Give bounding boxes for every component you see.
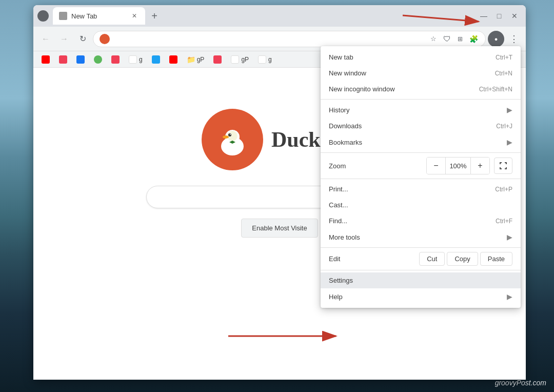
tab-favicon — [59, 12, 67, 20]
window-controls: — □ ✕ — [477, 9, 522, 23]
address-bar[interactable]: ☆ 🛡 ⊞ 🧩 — [93, 31, 486, 47]
profile-button[interactable]: ● — [488, 31, 504, 47]
menu-item-new-tab[interactable]: New tab Ctrl+T — [321, 49, 521, 65]
bookmark-g2[interactable]: g — [254, 54, 276, 65]
reload-button[interactable]: ↻ — [74, 31, 91, 47]
paste-button[interactable]: Paste — [480, 252, 512, 266]
tab-close-button[interactable]: ✕ — [130, 11, 139, 21]
menu-item-find[interactable]: Find... Ctrl+F — [321, 213, 521, 229]
puzzle-icon[interactable]: 🧩 — [468, 33, 479, 45]
edit-label: Edit — [329, 255, 419, 263]
menu-item-history[interactable]: History ▶ — [321, 102, 521, 118]
bookmark-g2-label: g — [268, 56, 272, 63]
bookmark-gp[interactable]: gP — [227, 54, 253, 65]
bookmark-twitter[interactable] — [148, 54, 164, 65]
bookmark-mail[interactable] — [209, 54, 226, 65]
menu-item-help[interactable]: Help ▶ — [321, 288, 521, 305]
facebook-favicon — [76, 55, 85, 64]
bookmarks-label: Bookmarks — [329, 139, 503, 146]
minimize-button[interactable]: — — [477, 9, 491, 23]
bookmark-folder-label: gP — [197, 56, 205, 63]
zoom-minus-button[interactable]: − — [427, 158, 445, 174]
toolbar-right: ● ⋮ — [488, 31, 522, 47]
help-arrow-icon: ▶ — [507, 292, 512, 301]
zoom-controls: − 100% + — [426, 157, 490, 174]
new-window-shortcut: Ctrl+N — [495, 70, 512, 77]
bookmark-itp[interactable] — [90, 54, 106, 65]
duckduckgo-favicon — [100, 34, 110, 44]
fullscreen-icon — [499, 162, 507, 170]
grid-icon[interactable]: ⊞ — [454, 33, 466, 45]
tab-title: New Tab — [71, 12, 97, 20]
menu-item-new-window[interactable]: New window Ctrl+N — [321, 65, 521, 81]
svg-point-4 — [230, 134, 231, 135]
downloads-shortcut: Ctrl+J — [496, 123, 512, 130]
downloads-label: Downloads — [329, 122, 496, 130]
copy-button[interactable]: Copy — [447, 252, 478, 266]
title-bar: New Tab ✕ + — □ ✕ — [33, 5, 526, 27]
history-label: History — [329, 106, 503, 114]
help-label: Help — [329, 293, 503, 301]
duck-svg — [214, 122, 250, 158]
zoom-plus-button[interactable]: + — [471, 158, 489, 174]
bookmark-folder[interactable]: 📁 gP — [183, 54, 209, 65]
enable-most-visited-button[interactable]: Enable Most Visite — [241, 219, 318, 238]
google1-favicon — [129, 55, 137, 64]
close-button[interactable]: ✕ — [507, 9, 522, 23]
new-tab-label: New tab — [329, 53, 496, 61]
fullscreen-button[interactable] — [494, 158, 512, 174]
browser-window: New Tab ✕ + — □ ✕ ← → ↻ ☆ 🛡 ⊞ 🧩 — [33, 5, 526, 380]
find-label: Find... — [329, 217, 496, 225]
cut-button[interactable]: Cut — [419, 252, 445, 266]
menu-item-print[interactable]: Print... Ctrl+P — [321, 181, 521, 197]
bookmark-youtube2[interactable] — [165, 54, 182, 65]
twitter-favicon — [152, 55, 160, 64]
bookmark-star-icon[interactable]: ☆ — [428, 33, 439, 45]
menu-item-bookmarks[interactable]: Bookmarks ▶ — [321, 134, 521, 150]
youtube2-favicon — [169, 55, 177, 64]
folder-favicon: 📁 — [187, 55, 195, 64]
bookmark-google1[interactable]: g — [125, 54, 147, 65]
menu-divider-4 — [321, 247, 521, 248]
context-menu: New tab Ctrl+T New window Ctrl+N New inc… — [321, 46, 521, 308]
history-arrow-icon: ▶ — [507, 106, 512, 114]
menu-item-settings[interactable]: Settings — [321, 272, 521, 288]
settings-label: Settings — [329, 277, 512, 284]
menu-item-cast[interactable]: Cast... — [321, 197, 521, 213]
shield-icon[interactable]: 🛡 — [441, 33, 452, 45]
maximize-button[interactable]: □ — [492, 9, 506, 23]
zoom-value: 100% — [445, 158, 471, 174]
more-tools-arrow-icon: ▶ — [507, 233, 512, 241]
gp-favicon — [231, 55, 239, 64]
bookmark-pocket2[interactable] — [107, 54, 124, 65]
zoom-label: Zoom — [329, 162, 426, 170]
bookmark-pocket[interactable] — [55, 54, 71, 65]
print-label: Print... — [329, 185, 495, 193]
bookmark-facebook[interactable] — [72, 54, 89, 65]
new-tab-shortcut: Ctrl+T — [496, 54, 512, 61]
browser-tab[interactable]: New Tab ✕ — [53, 7, 145, 25]
new-tab-button[interactable]: + — [147, 9, 162, 23]
record-button[interactable] — [37, 10, 49, 22]
edit-buttons: Cut Copy Paste — [419, 252, 512, 266]
url-input[interactable] — [114, 35, 424, 43]
new-incognito-label: New incognito window — [329, 85, 479, 93]
svg-point-3 — [228, 133, 231, 136]
bookmark-gp-label: gP — [241, 56, 249, 63]
more-options-button[interactable]: ⋮ — [505, 31, 522, 47]
menu-item-new-incognito[interactable]: New incognito window Ctrl+Shift+N — [321, 81, 521, 97]
bookmark-youtube[interactable] — [37, 54, 54, 65]
forward-button[interactable]: → — [56, 31, 72, 47]
new-incognito-shortcut: Ctrl+Shift+N — [479, 86, 512, 93]
menu-item-more-tools[interactable]: More tools ▶ — [321, 229, 521, 245]
menu-item-downloads[interactable]: Downloads Ctrl+J — [321, 118, 521, 134]
youtube-favicon — [42, 55, 50, 64]
duck-circle — [202, 109, 263, 170]
address-bar-icons: ☆ 🛡 ⊞ 🧩 — [428, 33, 479, 45]
menu-divider-5 — [321, 270, 521, 270]
back-button[interactable]: ← — [37, 31, 54, 47]
menu-divider-2 — [321, 152, 521, 153]
mail-favicon — [213, 55, 222, 64]
find-shortcut: Ctrl+F — [496, 218, 512, 225]
bookmarks-arrow-icon: ▶ — [507, 138, 512, 146]
